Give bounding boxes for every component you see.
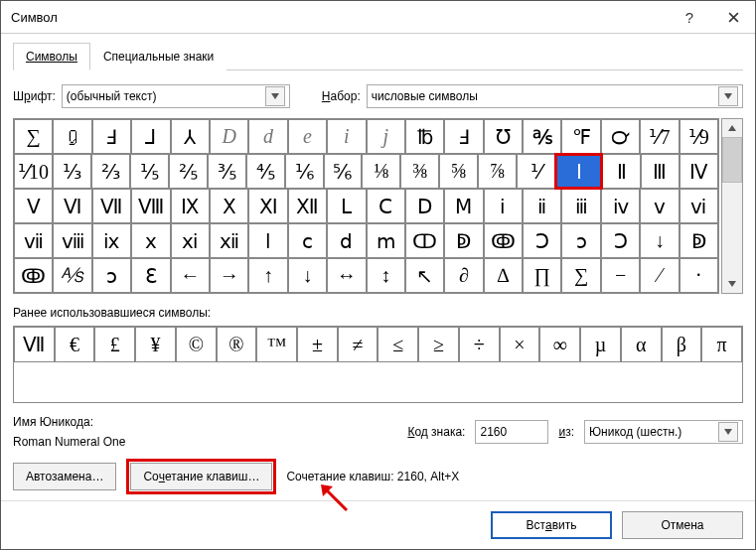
scroll-track[interactable]: [722, 183, 742, 275]
recent-symbol-cell[interactable]: ±: [297, 327, 338, 362]
recent-symbol-cell[interactable]: β: [662, 327, 702, 362]
symbol-cell[interactable]: ⅝: [439, 154, 478, 189]
symbol-cell[interactable]: ↂ: [484, 223, 523, 258]
recent-symbol-cell[interactable]: ©: [176, 327, 217, 362]
symbol-cell[interactable]: Ⅻ: [288, 189, 327, 223]
symbol-cell[interactable]: j: [367, 119, 405, 154]
symbol-cell[interactable]: Ⅵ: [53, 189, 91, 223]
symbol-cell[interactable]: ∙: [680, 258, 718, 293]
tab-special[interactable]: Специальные знаки: [90, 43, 227, 70]
close-button[interactable]: [711, 1, 755, 33]
symbol-cell[interactable]: ⅽ: [288, 223, 327, 258]
recent-symbol-cell[interactable]: ×: [500, 327, 540, 362]
symbol-cell[interactable]: ↖: [405, 258, 444, 293]
symbol-cell[interactable]: Ⅎ: [444, 119, 483, 154]
symbol-cell[interactable]: ↀ: [405, 223, 444, 258]
symbol-cell[interactable]: Ⅎ: [92, 119, 131, 154]
symbol-cell[interactable]: ⅚: [324, 154, 363, 189]
symbol-cell[interactable]: Ⅿ: [444, 189, 483, 223]
symbol-cell[interactable]: ⅸ: [92, 223, 131, 258]
symbol-cell[interactable]: ⅟10: [14, 154, 53, 189]
symbol-cell[interactable]: ∑: [14, 119, 53, 154]
symbol-cell[interactable]: Ↄ: [601, 223, 640, 258]
symbol-cell[interactable]: ⅵ: [680, 189, 718, 223]
symbol-cell[interactable]: ⅙: [285, 154, 324, 189]
help-button[interactable]: ?: [668, 1, 711, 33]
insert-button[interactable]: Вставить: [491, 511, 612, 539]
symbol-cell[interactable]: ℉: [561, 119, 600, 154]
symbol-cell[interactable]: ∆: [484, 258, 523, 293]
symbol-cell[interactable]: i: [327, 119, 366, 154]
symbol-cell[interactable]: Ⅳ: [680, 154, 718, 189]
recent-symbols[interactable]: Ⅶ€£¥©®™±≠≤≥÷×∞µαβπ: [13, 326, 743, 403]
symbol-cell[interactable]: ⅕: [130, 154, 169, 189]
symbol-cell[interactable]: ℺: [601, 119, 640, 154]
symbol-cell[interactable]: ⅲ: [561, 189, 600, 223]
symbol-cell[interactable]: ⅖: [169, 154, 208, 189]
symbol-cell[interactable]: ⅗: [208, 154, 246, 189]
symbol-cell[interactable]: Ⅰ: [555, 154, 602, 189]
symbol-cell[interactable]: ⅍: [53, 258, 91, 293]
symbol-cell[interactable]: ⅷ: [53, 223, 91, 258]
symbol-cell[interactable]: ←: [171, 258, 210, 293]
symbol-cell[interactable]: ↄ: [92, 258, 131, 293]
symbol-cell[interactable]: ↔: [327, 258, 366, 293]
symbol-cell[interactable]: Ⅲ: [641, 154, 680, 189]
code-input[interactable]: 2160: [475, 420, 548, 444]
recent-symbol-cell[interactable]: ∞: [539, 327, 580, 362]
symbol-cell[interactable]: →: [210, 258, 248, 293]
symbol-cell[interactable]: Ⅽ: [367, 189, 405, 223]
symbol-cell[interactable]: Ⅹ: [210, 189, 248, 223]
recent-symbol-cell[interactable]: ÷: [459, 327, 500, 362]
symbol-cell[interactable]: ℔: [405, 119, 444, 154]
grid-scrollbar[interactable]: [721, 118, 743, 294]
symbol-cell[interactable]: ⅹ: [131, 223, 170, 258]
symbol-cell[interactable]: ∑: [561, 258, 600, 293]
symbol-cell[interactable]: ⅳ: [601, 189, 640, 223]
symbol-cell[interactable]: Ⅺ: [248, 189, 287, 223]
from-select[interactable]: Юникод (шестн.): [584, 420, 743, 444]
recent-symbol-cell[interactable]: ™: [256, 327, 297, 362]
recent-symbol-cell[interactable]: ≠: [338, 327, 378, 362]
symbol-cell[interactable]: ⅼ: [248, 223, 287, 258]
symbol-cell[interactable]: ↕: [367, 258, 405, 293]
recent-symbol-cell[interactable]: ¥: [135, 327, 176, 362]
symbol-cell[interactable]: ⅶ: [14, 223, 53, 258]
scroll-up-button[interactable]: [722, 119, 742, 137]
recent-symbol-cell[interactable]: ≤: [378, 327, 418, 362]
symbol-cell[interactable]: e: [288, 119, 327, 154]
subset-select[interactable]: числовые символы: [367, 84, 743, 108]
symbol-cell[interactable]: D: [210, 119, 248, 154]
recent-symbol-cell[interactable]: ≥: [418, 327, 459, 362]
symbol-cell[interactable]: Ⅶ: [92, 189, 131, 223]
symbol-cell[interactable]: ⅴ: [640, 189, 679, 223]
symbol-cell[interactable]: ↁ: [680, 223, 718, 258]
shortcut-key-button[interactable]: Сочетание клавиш…: [130, 463, 272, 490]
symbol-cell[interactable]: ℁: [523, 119, 561, 154]
symbol-cell[interactable]: ⅓: [53, 154, 91, 189]
symbol-grid[interactable]: ∑ꞬℲ⅃⅄Ddeij℔Ⅎ℧℁℉℺⅟7⅟9⅟10⅓⅔⅕⅖⅗⅘⅙⅚⅛⅜⅝⅞⅟ⅠⅡⅢⅣ…: [13, 118, 719, 294]
symbol-cell[interactable]: ℧: [484, 119, 523, 154]
symbol-cell[interactable]: ⅞: [478, 154, 517, 189]
symbol-cell[interactable]: ⅿ: [367, 223, 405, 258]
symbol-cell[interactable]: ⅱ: [523, 189, 561, 223]
symbol-cell[interactable]: ⅔: [91, 154, 130, 189]
recent-symbol-cell[interactable]: α: [621, 327, 662, 362]
recent-symbol-cell[interactable]: €: [55, 327, 95, 362]
font-select[interactable]: (обычный текст): [62, 84, 290, 108]
symbol-cell[interactable]: ↂ: [14, 258, 53, 293]
scroll-thumb[interactable]: [722, 137, 742, 183]
symbol-cell[interactable]: Ⅼ: [327, 189, 366, 223]
cancel-button[interactable]: Отмена: [622, 511, 743, 539]
symbol-cell[interactable]: d: [248, 119, 287, 154]
symbol-cell[interactable]: Ⅾ: [405, 189, 444, 223]
symbol-cell[interactable]: ⅟9: [680, 119, 718, 154]
recent-symbol-cell[interactable]: π: [701, 327, 742, 362]
symbol-cell[interactable]: ⅻ: [210, 223, 248, 258]
symbol-cell[interactable]: ∕: [640, 258, 679, 293]
symbol-cell[interactable]: ⅘: [246, 154, 285, 189]
tab-symbols[interactable]: Символы: [13, 43, 90, 70]
symbol-cell[interactable]: ⅃: [131, 119, 170, 154]
symbol-cell[interactable]: ⅟: [517, 154, 555, 189]
scroll-down-button[interactable]: [722, 275, 742, 293]
